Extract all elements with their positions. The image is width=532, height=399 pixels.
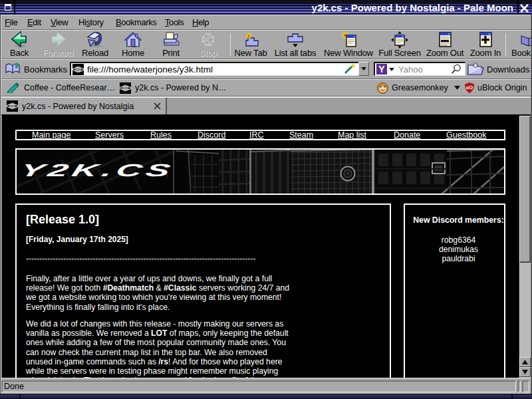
svg-text:uO: uO [466, 84, 473, 90]
